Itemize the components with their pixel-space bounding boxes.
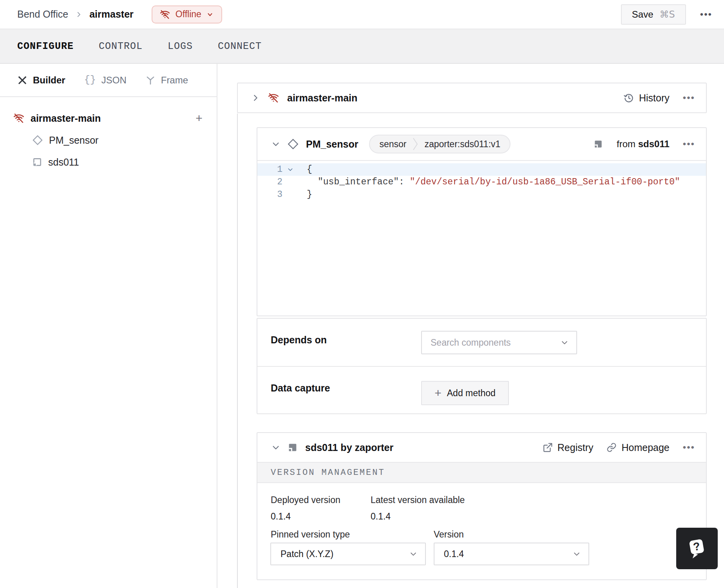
fold-chevron-icon[interactable] <box>282 166 298 173</box>
status-label: Offline <box>176 9 201 20</box>
wifi-off-icon <box>159 9 170 20</box>
tab-connect[interactable]: CONNECT <box>218 41 262 52</box>
tab-configure[interactable]: CONFIGURE <box>17 41 74 52</box>
main-tab-bar: CONFIGURE CONTROL LOGS CONNECT <box>0 29 724 64</box>
latest-version-label: Latest version available <box>371 495 465 505</box>
module-menu[interactable]: ••• <box>683 443 695 452</box>
pinned-version-type-label: Pinned version type <box>271 529 350 540</box>
module-icon <box>32 157 42 167</box>
save-button[interactable]: Save ⌘S <box>621 4 686 25</box>
deployed-version-value: 0.1.4 <box>271 511 291 522</box>
machine-part-menu[interactable]: ••• <box>683 93 695 103</box>
latest-version-value: 0.1.4 <box>371 511 391 522</box>
data-capture-label: Data capture <box>271 382 330 394</box>
machine-tree: airmaster-main + PM_sensor sds011 <box>0 97 217 173</box>
version-management-header: VERSION MANAGEMENT <box>257 463 706 483</box>
tree-item-module[interactable]: sds011 <box>0 151 217 173</box>
help-button[interactable]: ? <box>676 528 718 569</box>
history-label: History <box>639 92 670 104</box>
mode-frame-label: Frame <box>161 75 188 86</box>
module-card-header: sds011 by zaporter Registry Homepage <box>257 433 706 463</box>
external-link-icon <box>543 442 553 453</box>
mode-builder-label: Builder <box>33 75 65 86</box>
top-bar-actions: Save ⌘S ••• <box>621 4 712 25</box>
machine-part-title: airmaster-main <box>287 92 357 104</box>
machine-status-dropdown[interactable]: Offline <box>152 5 222 23</box>
chevron-down-icon <box>409 550 417 558</box>
pinned-version-type-select[interactable]: Patch (X.Y.Z) <box>270 543 426 565</box>
module-card: sds011 by zaporter Registry Homepage <box>257 432 707 580</box>
tree-item-machine[interactable]: airmaster-main + <box>0 107 217 129</box>
tree-item-component[interactable]: PM_sensor <box>0 129 217 151</box>
chevron-right-icon[interactable] <box>251 94 260 102</box>
version-label: Version <box>434 529 464 540</box>
mode-builder[interactable]: Builder <box>17 75 65 86</box>
version-value: 0.1.4 <box>444 549 464 559</box>
homepage-link[interactable]: Homepage <box>606 442 669 453</box>
tools-icon <box>17 75 27 85</box>
code-text: "usb_interface": "/dev/serial/by-id/usb-… <box>298 177 680 187</box>
module-icon <box>593 139 603 149</box>
component-menu[interactable]: ••• <box>683 139 695 149</box>
config-sidebar: Builder {} JSON Frame <box>0 64 217 588</box>
component-type-badge: sensor zaporter:sds011:v1 <box>369 135 510 153</box>
top-bar: Bend Office airmaster Offline Save ⌘S ••… <box>0 0 724 29</box>
tab-control[interactable]: CONTROL <box>99 41 143 52</box>
mode-json-label: JSON <box>101 75 127 86</box>
badge-divider-icon <box>413 137 418 151</box>
breadcrumb-machine: airmaster <box>89 9 134 20</box>
plus-icon: + <box>434 387 442 399</box>
wifi-off-icon <box>13 112 25 124</box>
depends-on-label: Depends on <box>271 334 327 346</box>
from-module-label: from sds011 <box>617 139 670 150</box>
homepage-label: Homepage <box>621 442 669 453</box>
add-component-button[interactable]: + <box>194 113 205 124</box>
braces-icon: {} <box>84 74 96 86</box>
chevron-down-icon <box>561 339 568 346</box>
tab-logs[interactable]: LOGS <box>168 41 193 52</box>
chevron-down-icon <box>206 11 214 18</box>
mode-json[interactable]: {} JSON <box>84 74 127 86</box>
pinned-version-type-value: Patch (X.Y.Z) <box>281 549 333 559</box>
version-management-content: Deployed version Latest version availabl… <box>257 483 706 579</box>
chevron-down-icon[interactable] <box>272 140 280 148</box>
add-method-button[interactable]: + Add method <box>421 381 509 405</box>
code-line: 2 "usb_interface": "/dev/serial/by-id/us… <box>257 176 706 188</box>
link-icon <box>606 442 617 453</box>
breadcrumb-location[interactable]: Bend Office <box>17 9 68 20</box>
breadcrumb: Bend Office airmaster <box>17 9 134 20</box>
chevron-down-icon[interactable] <box>272 443 280 452</box>
version-select[interactable]: 0.1.4 <box>434 543 589 565</box>
deployed-version-label: Deployed version <box>271 495 340 505</box>
add-method-label: Add method <box>447 388 496 399</box>
registry-link[interactable]: Registry <box>543 442 594 453</box>
save-label: Save <box>632 9 653 20</box>
nesting-rail <box>237 114 238 588</box>
history-button[interactable]: History <box>623 92 670 104</box>
data-capture-row: Data capture + Add method <box>257 366 706 414</box>
wifi-off-icon <box>268 92 279 104</box>
chevron-right-icon <box>75 11 82 18</box>
view-mode-switch: Builder {} JSON Frame <box>0 64 217 97</box>
module-icon <box>287 442 298 453</box>
machine-part-card: airmaster-main History ••• <box>237 83 707 113</box>
save-shortcut: ⌘S <box>660 9 675 20</box>
component-diamond-icon <box>287 138 299 150</box>
history-icon <box>623 92 634 103</box>
tree-component-label: PM_sensor <box>49 135 98 146</box>
depends-on-row: Depends on <box>257 319 706 366</box>
app-window: Bend Office airmaster Offline Save ⌘S ••… <box>0 0 724 588</box>
mode-frame[interactable]: Frame <box>145 75 188 86</box>
attributes-code-editor[interactable]: 1 { 2 "usb_interface": "/dev/serial/by-i… <box>257 161 706 316</box>
line-number: 3 <box>257 189 282 200</box>
top-bar-overflow-menu[interactable]: ••• <box>700 10 712 19</box>
depends-on-select[interactable] <box>421 331 577 354</box>
component-title: PM_sensor <box>306 139 358 150</box>
component-settings-box: Depends on Data capture + Add method <box>257 318 707 414</box>
tree-module-label: sds011 <box>48 157 79 168</box>
registry-label: Registry <box>557 442 594 453</box>
search-components-input[interactable] <box>431 337 561 348</box>
line-number: 2 <box>257 177 282 187</box>
line-number: 1 <box>257 164 282 175</box>
model-badge-label: zaporter:sds011:v1 <box>424 139 500 150</box>
